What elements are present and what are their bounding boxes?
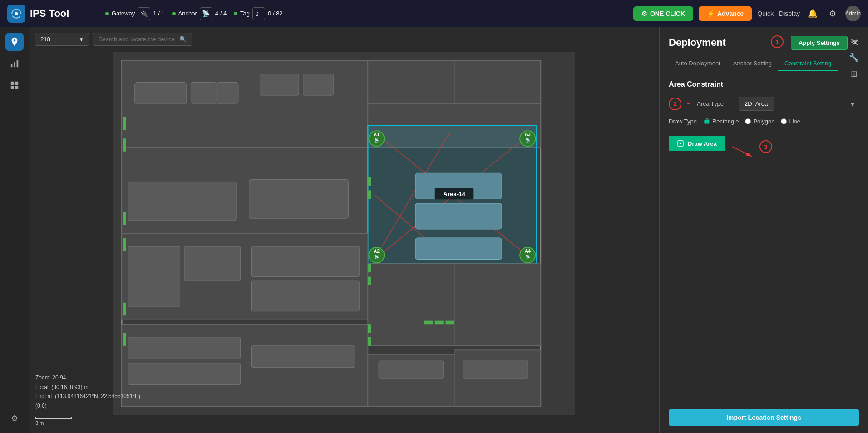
tab-anchor-setting[interactable]: Anchor Setting xyxy=(727,56,778,71)
user-avatar[interactable]: Admin xyxy=(845,6,861,21)
area-type-label: Area Type xyxy=(697,100,733,107)
display-button[interactable]: Display xyxy=(779,10,800,17)
one-click-button[interactable]: ⚙ ONE CLICK xyxy=(633,6,693,21)
logo-area: IPS Tool xyxy=(7,5,98,23)
svg-rect-51 xyxy=(123,212,126,225)
draw-type-rectangle[interactable]: Rectangle xyxy=(704,118,739,125)
floor-chevron-icon: ▾ xyxy=(80,36,83,43)
svg-rect-27 xyxy=(128,182,236,221)
svg-rect-56 xyxy=(368,190,371,199)
svg-text:📡: 📡 xyxy=(525,138,530,143)
draw-type-line-radio[interactable] xyxy=(781,118,787,124)
area-type-select[interactable]: 2D_Area 3D_Area xyxy=(739,97,774,111)
svg-rect-13 xyxy=(454,61,541,104)
svg-rect-25 xyxy=(260,74,299,96)
anchor-stat: Anchor 📡 4 / 4 xyxy=(172,7,227,20)
app-title: IPS Tool xyxy=(30,8,69,20)
tag-status-dot xyxy=(234,12,237,15)
tag-stat: Tag 🏷 0 / 82 xyxy=(234,7,283,20)
origin-info: (0,0) xyxy=(35,401,140,410)
local-info: Local: (30.16, 8.93) m xyxy=(35,383,140,392)
draw-type-line-label: Line xyxy=(789,118,800,125)
draw-area-label: Draw Area xyxy=(688,140,717,147)
svg-rect-34 xyxy=(184,246,241,281)
svg-rect-57 xyxy=(368,264,371,272)
sidebar-grid-icon[interactable] xyxy=(5,76,24,94)
svg-rect-48 xyxy=(415,238,502,260)
map-info: Zoom: 20.94 Local: (30.16, 8.93) m LngLa… xyxy=(35,373,140,410)
quick-button[interactable]: Quick xyxy=(757,10,774,17)
panel-right-icons: ✂ 🔧 ⊞ xyxy=(849,36,859,79)
layers-icon[interactable]: ⊞ xyxy=(849,69,859,79)
svg-rect-22 xyxy=(135,83,187,104)
draw-type-polygon-radio[interactable] xyxy=(745,118,751,124)
wrench-icon[interactable]: 🔧 xyxy=(849,53,859,63)
svg-rect-3 xyxy=(16,60,18,68)
svg-rect-26 xyxy=(303,74,334,96)
apply-settings-button[interactable]: Apply Settings xyxy=(791,36,848,50)
svg-text:A4: A4 xyxy=(525,249,531,254)
svg-rect-43 xyxy=(251,346,355,368)
advance-button[interactable]: ⚡ Advance xyxy=(699,6,752,21)
panel-tabs: Auto Deployment Anchor Setting Constrain… xyxy=(660,50,868,71)
scissors-icon[interactable]: ✂ xyxy=(849,36,859,46)
svg-text:📡: 📡 xyxy=(374,138,379,143)
gateway-label: Gateway xyxy=(112,10,135,17)
panel-content: Area Constraint 2 Area Type 2D_Area 3D_A… xyxy=(660,71,868,402)
svg-rect-63 xyxy=(446,321,454,325)
anchor-count: 4 / 4 xyxy=(215,10,227,17)
section-title: Area Constraint xyxy=(669,80,859,89)
draw-type-rectangle-label: Rectangle xyxy=(712,118,739,125)
search-icon: 🔍 xyxy=(179,36,187,43)
svg-rect-33 xyxy=(128,246,180,307)
floor-selector[interactable]: 218 ▾ xyxy=(35,33,89,46)
svg-rect-35 xyxy=(251,246,359,277)
gateway-status-dot xyxy=(105,12,109,15)
main-layout: ⚙ 218 ▾ 🔍 xyxy=(0,27,868,433)
app-header: IPS Tool Gateway 🔌 1 / 1 Anchor 📡 4 / 4 … xyxy=(0,0,868,27)
area-type-select-wrapper: 2D_Area 3D_Area xyxy=(739,97,859,111)
svg-rect-36 xyxy=(251,281,359,311)
svg-text:A3: A3 xyxy=(525,132,531,137)
svg-rect-59 xyxy=(368,324,371,333)
settings-icon[interactable]: ⚙ xyxy=(825,6,840,21)
draw-type-polygon[interactable]: Polygon xyxy=(745,118,774,125)
header-actions: ⚙ ONE CLICK ⚡ Advance Quick Display 🔔 ⚙ … xyxy=(633,6,861,21)
draw-area-button[interactable]: Draw Area xyxy=(669,136,725,151)
sidebar-chart-icon[interactable] xyxy=(5,54,24,73)
floor-plan-svg: A1 📡 A3 📡 A2 📡 A4 📡 Area-14 xyxy=(29,52,659,415)
scale-label: 3 m xyxy=(35,420,72,426)
draw-type-line[interactable]: Line xyxy=(781,118,800,125)
panel-header: Deployment 1 Apply Settings ✕ xyxy=(660,27,868,50)
sidebar-settings-icon[interactable]: ⚙ xyxy=(5,409,24,428)
tab-constraint-setting[interactable]: Constraint Setting xyxy=(778,56,838,71)
svg-rect-60 xyxy=(368,337,371,346)
svg-rect-24 xyxy=(217,83,238,104)
annotation-3: 3 xyxy=(760,140,772,153)
draw-area-icon xyxy=(677,140,684,147)
cursor-icon: ⚙ xyxy=(641,10,647,17)
svg-rect-47 xyxy=(415,203,502,229)
arrow-2 xyxy=(687,103,690,104)
svg-point-0 xyxy=(15,12,18,15)
map-container[interactable]: 218 ▾ 🔍 xyxy=(29,27,659,433)
gateway-stat: Gateway 🔌 1 / 1 xyxy=(105,7,165,20)
svg-rect-2 xyxy=(14,62,15,67)
gateway-count: 1 / 1 xyxy=(153,10,164,17)
sidebar-bottom: ⚙ xyxy=(5,409,24,428)
draw-type-rectangle-radio[interactable] xyxy=(704,118,710,124)
zoom-info: Zoom: 20.94 xyxy=(35,373,140,382)
svg-rect-50 xyxy=(123,138,126,152)
tab-auto-deployment[interactable]: Auto Deployment xyxy=(669,56,727,71)
notification-icon[interactable]: 🔔 xyxy=(805,6,820,21)
scale-line xyxy=(35,417,72,419)
import-location-settings-button[interactable]: Import Location Settings xyxy=(669,409,859,426)
svg-rect-62 xyxy=(435,321,444,325)
svg-rect-42 xyxy=(128,363,240,385)
draw-type-label: Draw Type xyxy=(669,118,697,125)
svg-line-81 xyxy=(732,147,750,156)
annotation-3-arrow xyxy=(732,138,760,156)
tag-count: 0 / 82 xyxy=(268,10,283,17)
sidebar-map-icon[interactable] xyxy=(5,33,24,51)
search-input[interactable] xyxy=(99,36,176,43)
